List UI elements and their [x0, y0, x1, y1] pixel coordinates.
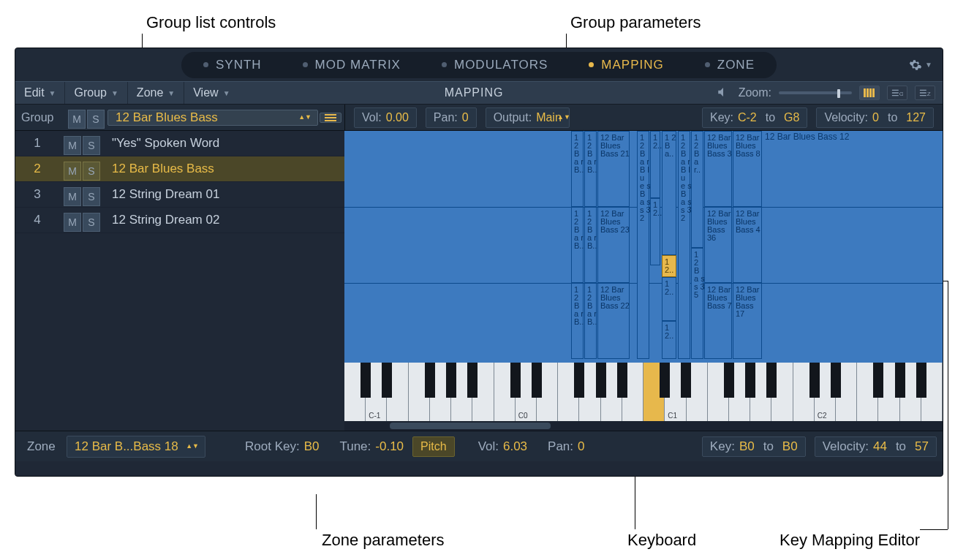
menu-label: Zone: [137, 86, 163, 99]
selected-zone[interactable]: 1 2..: [662, 255, 676, 277]
row-mute-button[interactable]: M: [64, 213, 81, 232]
zone-name-value: 12 Bar B...Bass 18: [75, 439, 178, 454]
zone-pan-param[interactable]: Pan:0: [548, 439, 584, 454]
zone-velocity-range-param[interactable]: Velocity:44to57: [815, 436, 937, 457]
piano-black-key[interactable]: [382, 363, 392, 398]
piano-black-key[interactable]: [425, 363, 435, 398]
row-mute-button[interactable]: M: [64, 136, 81, 155]
piano-black-key[interactable]: [532, 363, 542, 398]
callout-group-list: Group list controls: [146, 13, 276, 32]
tab-mapping[interactable]: MAPPING: [568, 53, 684, 77]
zone-footer-label: Zone: [21, 439, 58, 454]
group-list-toggle-icon[interactable]: [320, 113, 341, 123]
group-selector-value: 12 Bar Blues Bass: [116, 110, 218, 125]
tab-label: ZONE: [717, 58, 755, 72]
piano-black-key[interactable]: [617, 363, 627, 398]
row-mute-button[interactable]: M: [64, 187, 81, 206]
tab-label: MODULATORS: [454, 58, 548, 72]
view-mode-group-list-icon[interactable]: G: [887, 86, 907, 100]
svg-rect-12: [325, 114, 336, 116]
svg-rect-2: [869, 88, 872, 97]
audition-icon[interactable]: [717, 86, 731, 100]
group-list-row[interactable]: 2MS12 Bar Blues Bass: [15, 156, 344, 182]
zone-pitch-toggle[interactable]: Pitch: [412, 436, 455, 457]
group-name: 12 String Dream 01: [105, 187, 219, 202]
piano-black-key[interactable]: [681, 363, 691, 398]
row-solo-button[interactable]: S: [83, 136, 100, 155]
group-mute-button[interactable]: M: [68, 110, 86, 129]
tab-label: MOD MATRIX: [315, 58, 401, 72]
piano-black-key[interactable]: [873, 363, 883, 398]
tab-modulators[interactable]: MODULATORS: [421, 53, 568, 77]
key-mapping-editor[interactable]: 1 2 B a r B.. 1 2 B a r B.. 12 Bar Blues…: [344, 131, 943, 431]
piano-black-key[interactable]: [895, 363, 905, 398]
piano-black-key[interactable]: [745, 363, 755, 398]
group-name: 12 Bar Blues Bass: [105, 162, 214, 176]
group-velocity-range-param[interactable]: Velocity:0to127: [816, 107, 934, 128]
group-name: 12 String Dream 02: [105, 213, 219, 227]
tab-mod-matrix[interactable]: MOD MATRIX: [282, 53, 421, 77]
group-name: "Yes" Spoken Word: [105, 136, 219, 151]
keyboard-scrollbar[interactable]: [344, 421, 943, 431]
sampler-window: SYNTH MOD MATRIX MODULATORS MAPPING ZONE…: [15, 48, 943, 477]
section-tabbar: SYNTH MOD MATRIX MODULATORS MAPPING ZONE…: [15, 48, 943, 81]
tab-synth[interactable]: SYNTH: [183, 53, 282, 77]
svg-rect-1: [867, 88, 869, 97]
menu-group[interactable]: Group▼: [65, 82, 127, 104]
group-header-row: Group M S 12 Bar Blues Bass ▲▼ Vol:0.00 …: [15, 105, 943, 131]
piano-black-key[interactable]: [660, 363, 670, 398]
piano-black-key[interactable]: [766, 363, 777, 398]
group-list-row[interactable]: 3MS12 String Dream 01: [15, 182, 344, 208]
row-solo-button[interactable]: S: [83, 162, 100, 181]
zone-tune-param[interactable]: Tune:-0.10: [339, 439, 404, 454]
callout-line: [920, 529, 948, 530]
callout-line: [948, 281, 948, 529]
svg-rect-14: [325, 120, 336, 121]
callout-line: [316, 494, 317, 529]
piano-black-key[interactable]: [467, 363, 478, 398]
group-vol-param[interactable]: Vol:0.00: [354, 107, 417, 128]
tab-zone[interactable]: ZONE: [684, 53, 775, 77]
piano-black-key[interactable]: [510, 363, 521, 398]
toolbar-title: MAPPING: [239, 82, 709, 104]
group-pan-param[interactable]: Pan:0: [426, 107, 477, 128]
zone-parameters-row: Zone 12 Bar B...Bass 18 ▲▼ Root Key:B0 T…: [15, 431, 943, 461]
settings-menu-button[interactable]: ▼: [909, 58, 932, 72]
piano-black-key[interactable]: [831, 363, 841, 398]
group-list-row[interactable]: 4MS12 String Dream 02: [15, 208, 344, 233]
piano-black-key[interactable]: [574, 363, 584, 398]
group-selector-dropdown[interactable]: 12 Bar Blues Bass ▲▼: [107, 110, 318, 126]
zone-selector-dropdown[interactable]: 12 Bar B...Bass 18 ▲▼: [67, 436, 205, 458]
menu-edit[interactable]: Edit▼: [15, 82, 65, 104]
callout-zone-params: Zone parameters: [322, 531, 445, 550]
group-solo-button[interactable]: S: [87, 110, 105, 129]
piano-black-key[interactable]: [596, 363, 606, 398]
zoom-label: Zoom:: [739, 86, 771, 99]
piano-black-key[interactable]: [446, 363, 456, 398]
svg-rect-0: [864, 88, 866, 97]
zone-key-range-param[interactable]: Key:B0toB0: [702, 436, 806, 457]
zone-display-area[interactable]: 1 2 B a r B.. 1 2 B a r B.. 12 Bar Blues…: [344, 131, 943, 363]
row-solo-button[interactable]: S: [83, 213, 100, 232]
menu-zone[interactable]: Zone▼: [128, 82, 184, 104]
zoom-slider[interactable]: [779, 91, 852, 94]
piano-black-key[interactable]: [361, 363, 371, 398]
svg-rect-3: [872, 88, 875, 97]
menu-label: View: [193, 86, 218, 99]
group-list-row[interactable]: 1MS"Yes" Spoken Word: [15, 131, 344, 156]
callout-key-mapping-editor: Key Mapping Editor: [780, 531, 920, 550]
menu-view[interactable]: View▼: [184, 82, 238, 104]
row-solo-button[interactable]: S: [83, 187, 100, 206]
zone-root-key-param[interactable]: Root Key:B0: [245, 439, 319, 454]
piano-black-key[interactable]: [724, 363, 734, 398]
svg-text:Z: Z: [927, 91, 931, 97]
keyboard[interactable]: C-1C0C1C2: [344, 363, 943, 421]
group-output-param[interactable]: Output:Main▲▼: [486, 107, 570, 128]
zone-vol-param[interactable]: Vol:6.03: [478, 439, 527, 454]
row-mute-button[interactable]: M: [64, 162, 81, 181]
piano-black-key[interactable]: [916, 363, 926, 398]
group-key-range-param[interactable]: Key:C-2toG8: [702, 107, 807, 128]
view-mode-zone-list-icon[interactable]: Z: [915, 86, 935, 100]
piano-black-key[interactable]: [809, 363, 820, 398]
view-mode-mapping-icon[interactable]: [859, 86, 880, 100]
